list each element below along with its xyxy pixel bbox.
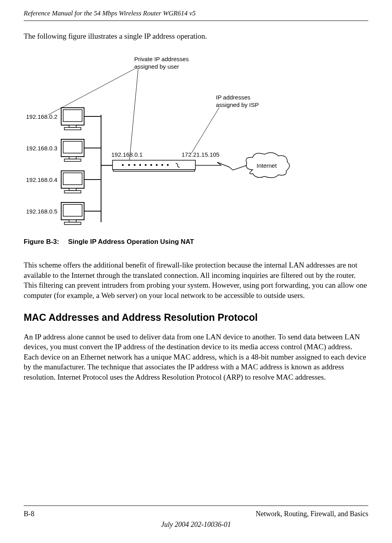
svg-rect-3 (63, 110, 82, 122)
paragraph-nat-benefit: This scheme offers the additional benefi… (24, 260, 368, 301)
svg-rect-18 (63, 204, 82, 216)
private-label-line1: Private IP addresses (134, 56, 189, 62)
router-wan-ip: 172.21.15.105 (182, 151, 219, 159)
svg-rect-32 (167, 164, 169, 166)
figure-number: Figure B-3: (24, 238, 59, 245)
diagram-svg (24, 49, 368, 234)
private-ip-label: Private IP addresses assigned by user (134, 56, 189, 71)
svg-line-34 (129, 69, 138, 160)
header-divider (24, 21, 368, 21)
ip-label-3: 192.168.0.4 (26, 176, 57, 184)
isp-label-line1: IP addresses (216, 94, 250, 101)
svg-rect-5 (64, 127, 81, 130)
router-lan-ip: 192.168.0.1 (111, 151, 143, 159)
svg-rect-23 (113, 170, 195, 171)
svg-rect-27 (139, 164, 141, 166)
svg-rect-30 (156, 164, 158, 166)
svg-rect-28 (145, 164, 146, 166)
svg-rect-9 (69, 157, 76, 159)
page-footer: B-8 Network, Routing, Firewall, and Basi… (24, 506, 368, 529)
nat-diagram: Private IP addresses assigned by user IP… (24, 49, 368, 234)
svg-rect-31 (161, 164, 163, 166)
svg-rect-14 (69, 188, 76, 191)
internet-label: Internet (257, 162, 277, 170)
svg-rect-22 (113, 160, 195, 170)
svg-rect-15 (64, 191, 81, 193)
svg-rect-13 (63, 173, 82, 185)
svg-rect-25 (128, 164, 130, 166)
isp-label-line2: assigned by ISP (216, 101, 259, 108)
svg-rect-8 (63, 141, 82, 153)
svg-rect-4 (69, 125, 76, 127)
ip-label-1: 192.168.0.2 (26, 113, 57, 121)
svg-rect-19 (69, 220, 76, 222)
svg-rect-20 (64, 222, 81, 225)
header-title: Reference Manual for the 54 Mbps Wireles… (24, 0, 368, 21)
svg-line-33 (48, 69, 134, 115)
figure-caption: Figure B-3: Single IP Address Operation … (24, 238, 368, 246)
figure-title: Single IP Address Operation Using NAT (68, 238, 194, 245)
paragraph-mac-arp: An IP address alone cannot be used to de… (24, 332, 368, 382)
isp-ip-label: IP addresses assigned by ISP (216, 94, 259, 109)
footer-divider (24, 506, 368, 506)
section-heading-mac: MAC Addresses and Address Resolution Pro… (24, 312, 368, 323)
private-label-line2: assigned by user (134, 63, 179, 70)
ip-label-2: 192.168.0.3 (26, 145, 57, 152)
svg-rect-24 (122, 164, 124, 166)
svg-line-35 (191, 108, 219, 153)
svg-rect-26 (134, 164, 135, 166)
svg-rect-29 (150, 164, 152, 166)
intro-text: The following figure illustrates a singl… (24, 32, 368, 41)
footer-section-title: Network, Routing, Firewall, and Basics (256, 510, 368, 518)
footer-date: July 2004 202-10036-01 (24, 521, 368, 529)
svg-rect-10 (64, 159, 81, 161)
ip-label-4: 192.168.0.5 (26, 208, 57, 215)
footer-page-number: B-8 (24, 510, 34, 518)
